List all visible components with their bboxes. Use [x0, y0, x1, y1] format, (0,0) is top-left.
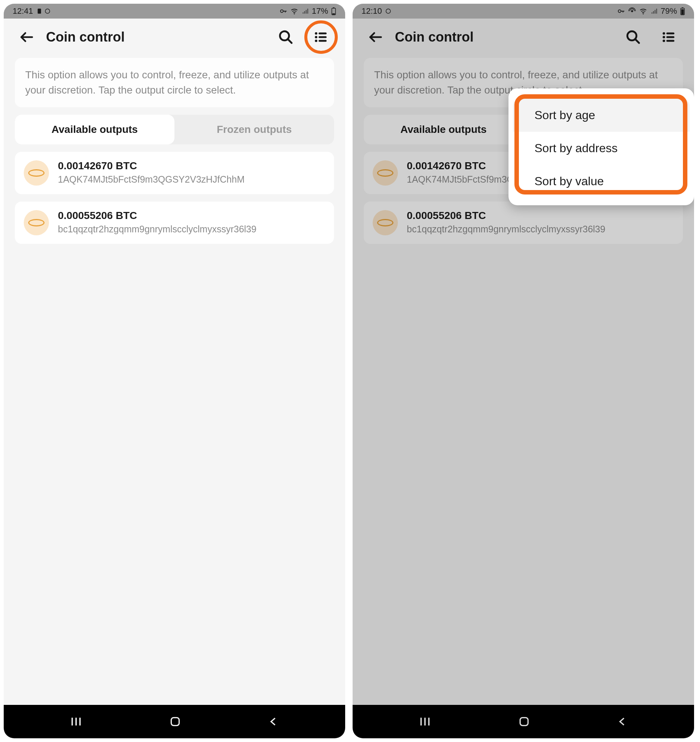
svg-point-12: [315, 40, 317, 42]
coin-select-circle[interactable]: [24, 160, 49, 186]
svg-point-16: [618, 10, 621, 12]
utxo-amount: 0.00055206 BTC: [58, 210, 325, 222]
status-left-icons: [385, 8, 391, 15]
svg-point-18: [643, 13, 644, 15]
circle-icon: [44, 8, 51, 15]
status-time: 12:10: [362, 6, 382, 16]
svg-rect-5: [333, 7, 334, 8]
android-nav-bar: [4, 705, 345, 738]
status-bar: 12:10 79%: [353, 4, 694, 19]
svg-rect-13: [318, 40, 326, 42]
vpn-key-icon: [279, 7, 287, 15]
svg-point-2: [281, 10, 283, 12]
arrow-left-icon: [19, 29, 35, 45]
list-icon: [314, 30, 328, 44]
app-bar: Coin control: [4, 19, 345, 56]
status-bar: 12:41 17%: [4, 4, 345, 19]
circle-icon: [385, 8, 391, 15]
back-button[interactable]: [19, 29, 35, 45]
home-button[interactable]: [169, 716, 181, 727]
sort-popup-menu: Sort by age Sort by address Sort by valu…: [509, 88, 694, 205]
tab-frozen-outputs[interactable]: Frozen outputs: [175, 115, 334, 144]
tab-available-outputs[interactable]: Available outputs: [15, 115, 175, 144]
hotspot-icon: [628, 7, 636, 15]
wifi-icon: [290, 7, 299, 15]
search-icon: [278, 29, 294, 45]
svg-point-15: [386, 9, 390, 13]
coin-select-circle[interactable]: [24, 210, 49, 236]
info-text: This option allows you to control, freez…: [15, 58, 334, 107]
output-tabs: Available outputs Frozen outputs: [15, 115, 334, 144]
home-icon: [169, 716, 181, 727]
svg-rect-14: [171, 717, 179, 725]
svg-rect-20: [682, 7, 683, 8]
recents-button[interactable]: [69, 715, 83, 728]
sort-by-age[interactable]: Sort by age: [513, 99, 690, 132]
status-time: 12:41: [13, 6, 33, 16]
chevron-left-icon: [268, 716, 279, 727]
highlight-ring: [304, 21, 338, 54]
utxo-row[interactable]: 0.00142670 BTC 1AQK74MJt5bFctSf9m3QGSY2V…: [15, 152, 334, 194]
wifi-icon: [639, 7, 647, 15]
svg-point-8: [315, 32, 317, 35]
battery-text: 79%: [661, 6, 677, 16]
sort-by-address[interactable]: Sort by address: [509, 132, 694, 165]
svg-point-3: [294, 13, 295, 15]
utxo-address: 1AQK74MJt5bFctSf9m3QGSY2V3zHJfChhM: [58, 173, 325, 186]
signal-icon: [301, 7, 309, 15]
utxo-address: bc1qqzqtr2hzgqmm9gnrymlscclyclmyxssyr36l…: [58, 223, 325, 236]
sort-menu-button[interactable]: [312, 28, 331, 47]
utxo-amount: 0.00142670 BTC: [58, 160, 325, 172]
battery-icon: [331, 7, 336, 15]
coin-icon: [28, 169, 44, 177]
utxo-row[interactable]: 0.00055206 BTC bc1qqzqtr2hzgqmm9gnrymlsc…: [15, 202, 334, 244]
battery-icon: [680, 7, 685, 15]
vpn-key-icon: [617, 7, 625, 15]
signal-icon: [650, 7, 658, 15]
svg-rect-0: [38, 9, 41, 14]
coin-icon: [28, 219, 44, 227]
search-button[interactable]: [276, 28, 296, 47]
svg-rect-9: [318, 33, 326, 34]
status-left-icons: [36, 8, 51, 15]
page-title: Coin control: [46, 29, 267, 45]
sim-icon: [36, 8, 43, 15]
svg-rect-6: [332, 13, 335, 15]
svg-point-1: [45, 9, 50, 13]
svg-point-17: [631, 10, 633, 12]
svg-rect-11: [318, 36, 326, 38]
sort-by-value[interactable]: Sort by value: [509, 165, 694, 198]
svg-rect-21: [681, 9, 684, 15]
back-nav-button[interactable]: [268, 716, 279, 727]
recents-icon: [69, 715, 83, 728]
svg-point-10: [315, 36, 317, 38]
battery-text: 17%: [312, 6, 328, 16]
